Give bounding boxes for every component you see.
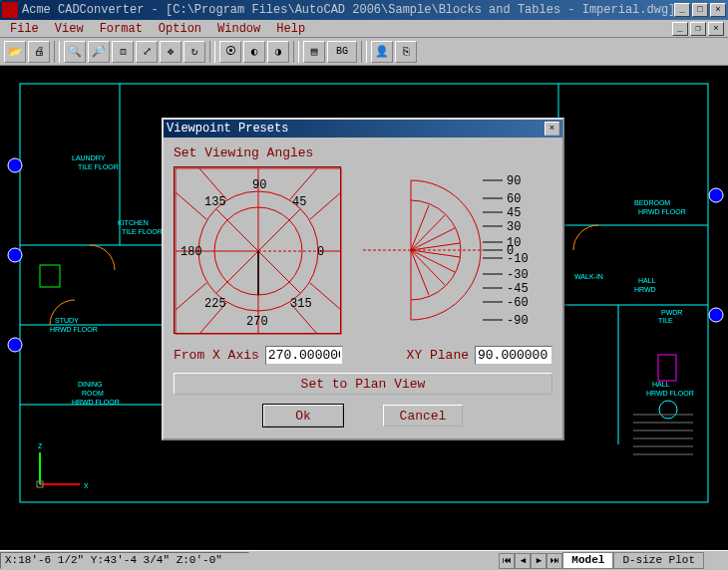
svg-point-15 bbox=[709, 188, 723, 202]
menubar: File View Format Option Window Help _ ❐ … bbox=[0, 20, 728, 38]
svg-text:-10: -10 bbox=[507, 252, 529, 266]
rotate-icon[interactable]: ↻ bbox=[183, 41, 205, 63]
svg-text:HALL: HALL bbox=[638, 277, 656, 284]
svg-text:30: 30 bbox=[507, 220, 521, 234]
svg-text:HALL: HALL bbox=[652, 381, 670, 388]
maximize-button[interactable]: □ bbox=[692, 3, 708, 17]
svg-text:X: X bbox=[84, 482, 89, 489]
app-icon bbox=[2, 2, 18, 18]
tab-prev-icon[interactable]: ◀ bbox=[515, 553, 531, 569]
svg-text:DINING: DINING bbox=[78, 381, 103, 388]
menu-format[interactable]: Format bbox=[94, 22, 149, 36]
open-icon[interactable]: 📂 bbox=[4, 41, 26, 63]
zoom-in-icon[interactable]: 🔍 bbox=[64, 41, 86, 63]
mdi-controls: _ ❐ × bbox=[672, 22, 724, 36]
mdi-close-button[interactable]: × bbox=[708, 22, 724, 36]
pan-icon[interactable]: ✥ bbox=[160, 41, 182, 63]
svg-text:180: 180 bbox=[181, 245, 202, 259]
statusbar: X:18'-6 1/2" Y:43'-4 3/4" Z:0'-0" ⏮ ◀ ▶ … bbox=[0, 550, 728, 570]
svg-point-11 bbox=[659, 401, 677, 419]
menu-file[interactable]: File bbox=[4, 22, 45, 36]
set-to-plan-view-button[interactable]: Set to Plan View bbox=[174, 373, 552, 395]
svg-line-110 bbox=[411, 250, 445, 285]
dialog-close-button[interactable]: × bbox=[545, 122, 559, 136]
zoom-extents-icon[interactable]: ⤢ bbox=[136, 41, 158, 63]
svg-text:PWDR: PWDR bbox=[661, 309, 682, 316]
svg-text:Z: Z bbox=[38, 442, 43, 449]
svg-point-16 bbox=[709, 308, 723, 322]
layer-icon[interactable]: ▤ bbox=[303, 41, 325, 63]
svg-point-14 bbox=[8, 338, 22, 352]
xy-plane-label: XY Plane bbox=[407, 348, 469, 363]
from-x-axis-input[interactable] bbox=[265, 346, 343, 365]
minimize-button[interactable]: _ bbox=[674, 3, 690, 17]
tab-first-icon[interactable]: ⏮ bbox=[499, 553, 515, 569]
exit-icon[interactable]: ⎘ bbox=[395, 41, 417, 63]
ok-button[interactable]: Ok bbox=[263, 405, 343, 427]
mdi-minimize-button[interactable]: _ bbox=[672, 22, 688, 36]
svg-text:-30: -30 bbox=[507, 268, 529, 282]
toolbar-separator bbox=[293, 41, 299, 63]
svg-text:HRWD: HRWD bbox=[634, 286, 656, 293]
from-x-axis-label: From X Axis bbox=[174, 348, 259, 363]
tab-next-icon[interactable]: ▶ bbox=[531, 553, 546, 569]
window-title: Acme CADConverter - [C:\Program Files\Au… bbox=[22, 3, 674, 17]
svg-text:90: 90 bbox=[252, 178, 266, 192]
dialog-titlebar[interactable]: Viewpoint Presets × bbox=[164, 120, 562, 138]
svg-text:90: 90 bbox=[507, 174, 521, 188]
menu-help[interactable]: Help bbox=[270, 22, 311, 36]
toolbar: 📂 🖨 🔍 🔎 ⧈ ⤢ ✥ ↻ ⦿ ◐ ◑ ▤ BG 👤 ⎘ bbox=[0, 38, 728, 66]
zoom-window-icon[interactable]: ⧈ bbox=[112, 41, 134, 63]
bg-button[interactable]: BG bbox=[327, 41, 357, 63]
svg-text:-45: -45 bbox=[507, 282, 529, 296]
svg-rect-10 bbox=[658, 355, 676, 381]
elevation-diagram[interactable]: 9060 4530 100 -10-30 -45-60 -90 bbox=[353, 166, 535, 334]
svg-line-104 bbox=[411, 205, 429, 250]
mdi-restore-button[interactable]: ❐ bbox=[690, 22, 706, 36]
compass-diagram[interactable]: 0 45 90 135 180 225 270 315 bbox=[174, 166, 341, 334]
tab-dsize-plot[interactable]: D-size Plot bbox=[613, 552, 704, 569]
svg-text:BEDROOM: BEDROOM bbox=[634, 199, 670, 206]
section-label: Set Viewing Angles bbox=[174, 145, 552, 160]
svg-point-12 bbox=[8, 158, 22, 172]
svg-line-111 bbox=[411, 250, 429, 295]
tab-last-icon[interactable]: ⏭ bbox=[546, 553, 562, 569]
xy-plane-input[interactable] bbox=[475, 346, 552, 365]
ucs-icon: X Z bbox=[37, 442, 89, 489]
user-icon[interactable]: 👤 bbox=[371, 41, 393, 63]
status-coordinates: X:18'-6 1/2" Y:43'-4 3/4" Z:0'-0" bbox=[0, 552, 249, 569]
svg-text:STUDY: STUDY bbox=[55, 317, 79, 324]
svg-text:270: 270 bbox=[246, 315, 268, 329]
tab-model[interactable]: Model bbox=[562, 552, 613, 569]
viewpoint-icon[interactable]: ⦿ bbox=[219, 41, 241, 63]
svg-text:KITCHEN: KITCHEN bbox=[118, 219, 149, 226]
print-icon[interactable]: 🖨 bbox=[28, 41, 50, 63]
menu-option[interactable]: Option bbox=[153, 22, 207, 36]
toolbar-separator bbox=[361, 41, 367, 63]
svg-text:HRWD FLOOR: HRWD FLOOR bbox=[638, 208, 686, 215]
svg-text:45: 45 bbox=[507, 206, 521, 220]
svg-text:HRWD FLOOR: HRWD FLOOR bbox=[646, 390, 694, 397]
cancel-button[interactable]: Cancel bbox=[383, 405, 463, 427]
layout-tabs: ⏮ ◀ ▶ ⏭ Model D-size Plot bbox=[499, 552, 704, 570]
zoom-out-icon[interactable]: 🔎 bbox=[88, 41, 110, 63]
svg-text:HRWD FLOOR: HRWD FLOOR bbox=[50, 326, 98, 333]
svg-line-56 bbox=[216, 209, 258, 251]
close-button[interactable]: × bbox=[710, 3, 726, 17]
3dorbit-icon[interactable]: ◑ bbox=[267, 41, 289, 63]
svg-line-54 bbox=[216, 251, 258, 293]
menu-window[interactable]: Window bbox=[211, 22, 266, 36]
svg-line-66 bbox=[310, 283, 341, 310]
svg-text:135: 135 bbox=[204, 195, 226, 209]
svg-text:0: 0 bbox=[317, 245, 324, 259]
menu-view[interactable]: View bbox=[49, 22, 90, 36]
svg-line-52 bbox=[258, 251, 300, 293]
svg-text:TILE FLOOR: TILE FLOOR bbox=[78, 163, 119, 170]
svg-text:ROOM: ROOM bbox=[82, 390, 104, 397]
window-controls: _ □ × bbox=[674, 3, 726, 17]
svg-text:60: 60 bbox=[507, 192, 521, 206]
dialog-title: Viewpoint Presets bbox=[167, 122, 545, 136]
svg-text:TILE: TILE bbox=[658, 317, 673, 324]
svg-text:225: 225 bbox=[204, 297, 226, 311]
orbit-icon[interactable]: ◐ bbox=[243, 41, 265, 63]
